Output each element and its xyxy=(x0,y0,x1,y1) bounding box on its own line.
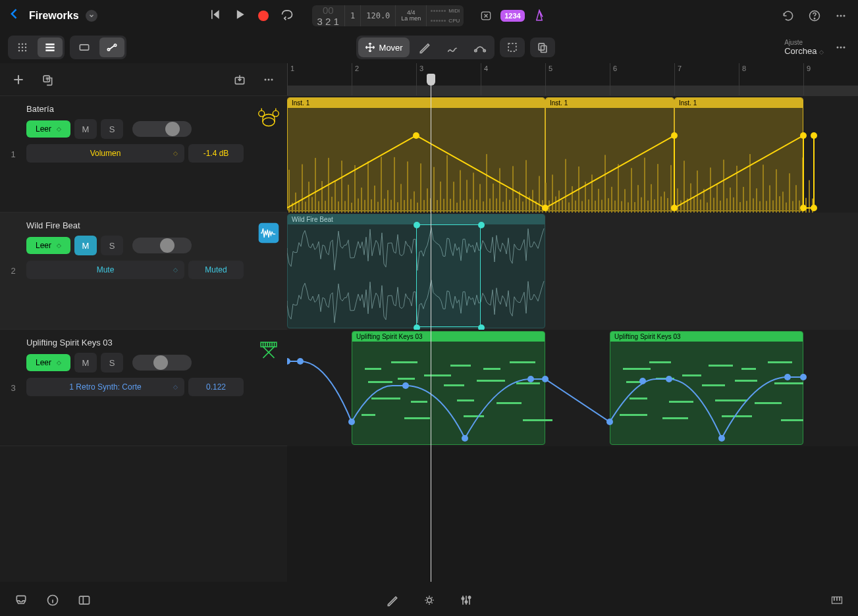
lcd-tempo: 120.0 xyxy=(361,5,396,26)
track-name[interactable]: Wild Fire Beat xyxy=(26,220,244,230)
undo-button[interactable] xyxy=(779,7,797,25)
edit-button[interactable] xyxy=(383,591,402,609)
svg-point-20 xyxy=(114,44,116,46)
back-button[interactable] xyxy=(8,7,21,24)
solo-button[interactable]: S xyxy=(101,353,123,372)
move-tool-label: Mover xyxy=(379,43,403,53)
automation-mode-button[interactable]: Leer xyxy=(26,120,70,138)
curve-tool[interactable] xyxy=(468,38,493,57)
snap-setting[interactable]: Ajuste Corchea ◇ xyxy=(784,39,824,56)
cycle-region-bar[interactable] xyxy=(287,86,858,96)
audio-waveform-icon xyxy=(250,213,287,329)
timeline-area[interactable]: 123456789 Inst. 1 Inst. 1 Inst. 1 xyxy=(287,63,858,582)
svg-point-217 xyxy=(542,376,549,382)
import-button[interactable] xyxy=(230,70,249,89)
drum-kit-icon xyxy=(250,96,287,212)
svg-point-207 xyxy=(414,222,420,228)
metronome-button[interactable] xyxy=(530,7,549,25)
track-lane-3[interactable]: Uplifting Spirit Keys 03 Uplifting Spiri… xyxy=(287,330,858,446)
track-name[interactable]: Batería xyxy=(26,104,244,114)
svg-point-26 xyxy=(836,47,838,49)
ruler[interactable]: 123456789 xyxy=(287,63,858,96)
region-view-button[interactable] xyxy=(72,38,97,57)
mute-automation-selection[interactable] xyxy=(416,224,481,327)
marquee-tool[interactable] xyxy=(500,38,525,57)
lcd-display[interactable]: 00 3 2 1 1 120.0 4/4 La men MIDI CPU xyxy=(312,5,464,26)
solo-button[interactable]: S xyxy=(101,119,123,139)
duplicate-track-button[interactable] xyxy=(38,70,57,89)
svg-rect-23 xyxy=(508,43,516,51)
count-in-badge[interactable]: 1234 xyxy=(500,10,524,22)
automation-mode-button[interactable]: Leer xyxy=(26,237,70,254)
copy-tool[interactable] xyxy=(530,38,555,57)
pencil-tool[interactable] xyxy=(412,38,437,57)
automation-param-value[interactable]: -1.4 dB xyxy=(188,144,244,163)
list-view-button[interactable] xyxy=(38,38,63,57)
svg-rect-16 xyxy=(45,47,54,49)
main-area: 1 Batería Leer M S Volumen -1.4 dB 2 xyxy=(0,63,858,582)
automation-param-select[interactable]: Mute xyxy=(26,261,184,279)
svg-point-229 xyxy=(468,596,470,598)
svg-point-226 xyxy=(427,598,431,603)
add-track-button[interactable] xyxy=(9,70,28,89)
brush-tool[interactable] xyxy=(440,38,465,57)
automation-mode-button[interactable]: Leer xyxy=(26,354,70,371)
track-lane-2[interactable]: Wild Fire Beat xyxy=(287,213,858,330)
play-button[interactable] xyxy=(233,8,246,24)
playhead[interactable] xyxy=(431,75,431,582)
pan-slider[interactable] xyxy=(132,355,192,371)
info-button[interactable] xyxy=(43,591,62,609)
svg-point-10 xyxy=(22,47,24,49)
solo-button[interactable]: S xyxy=(101,236,123,255)
svg-point-6 xyxy=(18,43,20,45)
track-header-1[interactable]: 1 Batería Leer M S Volumen -1.4 dB xyxy=(0,96,287,213)
pan-slider[interactable] xyxy=(132,121,192,137)
project-menu-chevron[interactable] xyxy=(86,10,97,22)
pan-slider[interactable] xyxy=(132,238,192,253)
svg-point-223 xyxy=(800,374,807,380)
svg-point-222 xyxy=(784,374,791,380)
move-tool[interactable]: Mover xyxy=(358,38,410,57)
toolbar-more-button[interactable] xyxy=(832,38,850,57)
svg-point-36 xyxy=(273,111,279,116)
help-button[interactable] xyxy=(805,7,824,25)
ruler-tick: 5 xyxy=(545,63,552,95)
svg-point-34 xyxy=(263,118,275,126)
svg-point-214 xyxy=(402,382,409,389)
svg-point-19 xyxy=(107,49,109,51)
inbox-button[interactable] xyxy=(12,591,30,609)
svg-point-204 xyxy=(800,205,807,211)
smart-controls-button[interactable] xyxy=(420,591,439,609)
volume-automation-line[interactable] xyxy=(287,96,858,213)
automation-param-value[interactable]: 0.122 xyxy=(188,378,244,396)
track-options-button[interactable] xyxy=(259,70,278,89)
mute-button[interactable]: M xyxy=(74,119,97,139)
svg-rect-233 xyxy=(839,597,840,601)
svg-rect-231 xyxy=(834,597,835,601)
project-title[interactable]: Fireworks xyxy=(29,10,79,22)
track-name[interactable]: Uplifting Spirit Keys 03 xyxy=(26,338,244,347)
rewind-button[interactable] xyxy=(208,8,221,24)
mute-button[interactable]: M xyxy=(74,236,97,255)
playhead-handle[interactable] xyxy=(427,74,435,86)
automation-view-button[interactable] xyxy=(99,38,124,57)
svg-point-7 xyxy=(22,43,24,45)
piano-button[interactable] xyxy=(828,591,846,609)
mixer-button[interactable] xyxy=(457,591,475,609)
snap-label: Ajuste xyxy=(784,39,824,46)
more-button[interactable] xyxy=(832,7,850,25)
ruler-tick: 7 xyxy=(674,63,682,95)
automation-param-value[interactable]: Muted xyxy=(188,261,244,279)
mute-button[interactable]: M xyxy=(74,353,97,372)
delete-button[interactable] xyxy=(477,7,495,25)
cycle-button[interactable] xyxy=(281,8,294,24)
track-lane-1[interactable]: Inst. 1 Inst. 1 Inst. 1 xyxy=(287,96,858,213)
cutoff-automation-line[interactable] xyxy=(287,330,858,446)
record-button[interactable] xyxy=(258,11,269,21)
automation-param-select[interactable]: 1 Retro Synth: Corte xyxy=(26,378,184,396)
track-header-2[interactable]: 2 Wild Fire Beat Leer M S Mute Muted xyxy=(0,213,287,330)
automation-param-select[interactable]: Volumen xyxy=(26,144,184,163)
track-header-3[interactable]: 3 Uplifting Spirit Keys 03 Leer M S 1 Re… xyxy=(0,330,287,446)
grid-view-button[interactable] xyxy=(10,38,35,57)
sidebar-toggle-button[interactable] xyxy=(75,591,94,609)
